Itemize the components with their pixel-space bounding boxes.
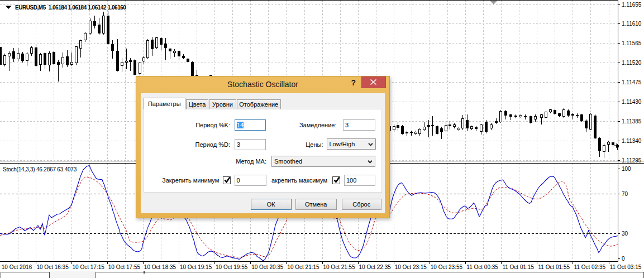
svg-text:11 Oct 03:15: 11 Oct 03:15 [610,264,642,270]
svg-text:30: 30 [622,231,628,237]
svg-text:1.11385: 1.11385 [622,118,642,124]
svg-text:10 Oct 17:15: 10 Oct 17:15 [73,264,105,270]
svg-text:10 Oct 16:35: 10 Oct 16:35 [36,264,69,270]
svg-text:Stoch(14,3,3) 46.2867 63.4073: Stoch(14,3,3) 46.2867 63.4073 [3,166,77,172]
svg-text:10 Oct 21:55: 10 Oct 21:55 [323,264,355,270]
svg-text:10 Oct 21:15: 10 Oct 21:15 [287,264,319,270]
svg-text:1.11610: 1.11610 [622,21,642,27]
svg-text:10 Oct 20:35: 10 Oct 20:35 [251,264,284,270]
svg-text:11 Oct 00:35: 11 Oct 00:35 [466,264,498,270]
svg-text:11 Oct 02:35: 11 Oct 02:35 [574,264,606,270]
svg-text:10 Oct 23:55: 10 Oct 23:55 [431,264,463,270]
svg-text:100: 100 [622,166,631,172]
svg-text:70: 70 [622,191,628,197]
svg-text:1.11430: 1.11430 [622,99,642,105]
svg-text:10 Oct 19:15: 10 Oct 19:15 [180,264,212,270]
svg-text:10 Oct 18:35: 10 Oct 18:35 [144,264,176,270]
svg-text:1.11475: 1.11475 [622,79,642,85]
svg-text:10 Oct 17:55: 10 Oct 17:55 [108,264,141,270]
svg-text:10 Oct 23:15: 10 Oct 23:15 [395,264,427,270]
svg-text:1.11520: 1.11520 [622,60,642,66]
svg-text:1.11655: 1.11655 [622,2,642,8]
svg-text:10 Oct 22:35: 10 Oct 22:35 [359,264,392,270]
svg-text:11 Oct 01:15: 11 Oct 01:15 [502,264,534,270]
svg-text:1.11565: 1.11565 [622,40,642,46]
svg-text:11 Oct 01:55: 11 Oct 01:55 [538,264,570,270]
svg-text:10 Oct 19:55: 10 Oct 19:55 [216,264,248,270]
svg-text:EURUSD,M5 1.06184 1.06184 1.0: EURUSD,M5 1.06184 1.06184 1.06142 1.0616… [15,4,126,11]
svg-text:1.11295: 1.11295 [622,157,642,164]
svg-text:1.11340: 1.11340 [622,138,642,144]
svg-text:10 Oct 2016: 10 Oct 2016 [2,264,32,270]
svg-text:0: 0 [622,256,625,262]
